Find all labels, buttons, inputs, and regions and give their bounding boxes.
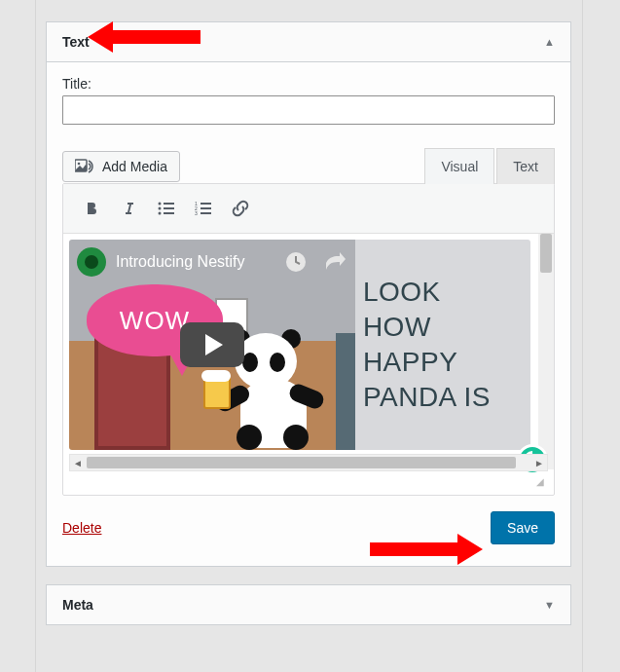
number-list-button[interactable]: 123 xyxy=(194,199,213,218)
video-embed[interactable]: WOW xyxy=(69,240,530,450)
video-caption: LOOK HOW HAPPY PANDA IS xyxy=(355,240,530,450)
widget-text-title: Text xyxy=(62,34,90,50)
tab-text[interactable]: Text xyxy=(496,148,555,184)
delete-link[interactable]: Delete xyxy=(62,520,101,536)
title-input[interactable] xyxy=(62,95,555,125)
editor-mode-tabs: Visual Text xyxy=(424,148,555,184)
horizontal-scrollbar[interactable]: ◄ ► xyxy=(69,454,548,471)
add-media-label: Add Media xyxy=(102,159,167,174)
svg-point-1 xyxy=(78,162,81,165)
svg-point-4 xyxy=(159,207,162,210)
resize-grip-icon[interactable]: ◢ xyxy=(536,477,546,487)
play-button[interactable] xyxy=(180,322,244,367)
widget-text: Text ▲ Title: Add Media Visual Text xyxy=(46,21,571,567)
widget-meta: Meta ▼ xyxy=(46,584,571,625)
widget-meta-header[interactable]: Meta ▼ xyxy=(47,585,570,624)
svg-rect-9 xyxy=(201,203,211,205)
share-icon[interactable] xyxy=(322,249,347,275)
italic-button[interactable] xyxy=(120,199,139,218)
widget-meta-title: Meta xyxy=(62,597,93,613)
video-title: Introducing Nestify xyxy=(116,253,274,271)
title-label: Title: xyxy=(62,76,555,92)
annotation-arrow xyxy=(107,30,201,44)
tab-visual[interactable]: Visual xyxy=(424,148,494,184)
svg-rect-3 xyxy=(164,203,174,205)
collapse-icon[interactable]: ▲ xyxy=(544,36,555,48)
editor-content[interactable]: WOW xyxy=(63,234,554,495)
scroll-left-icon[interactable]: ◄ xyxy=(70,455,86,470)
vertical-scrollbar[interactable] xyxy=(538,234,554,469)
svg-rect-11 xyxy=(201,207,211,209)
add-media-button[interactable]: Add Media xyxy=(62,151,180,182)
expand-icon[interactable]: ▼ xyxy=(544,599,555,611)
bullet-list-button[interactable] xyxy=(157,199,176,218)
svg-text:3: 3 xyxy=(195,210,198,216)
editor-toolbar: 123 xyxy=(63,184,554,234)
save-button[interactable]: Save xyxy=(491,511,555,544)
svg-rect-13 xyxy=(201,212,211,214)
annotation-arrow xyxy=(370,542,463,556)
media-icon xyxy=(75,158,94,175)
editor: 123 xyxy=(62,183,555,496)
svg-point-6 xyxy=(159,212,162,215)
watch-later-icon[interactable] xyxy=(283,249,309,275)
svg-rect-7 xyxy=(164,212,174,214)
link-button[interactable] xyxy=(231,199,250,218)
bold-button[interactable] xyxy=(83,199,102,218)
scroll-right-icon[interactable]: ► xyxy=(531,455,547,470)
svg-rect-5 xyxy=(164,207,174,209)
svg-point-2 xyxy=(159,203,162,205)
channel-avatar[interactable] xyxy=(77,247,106,277)
